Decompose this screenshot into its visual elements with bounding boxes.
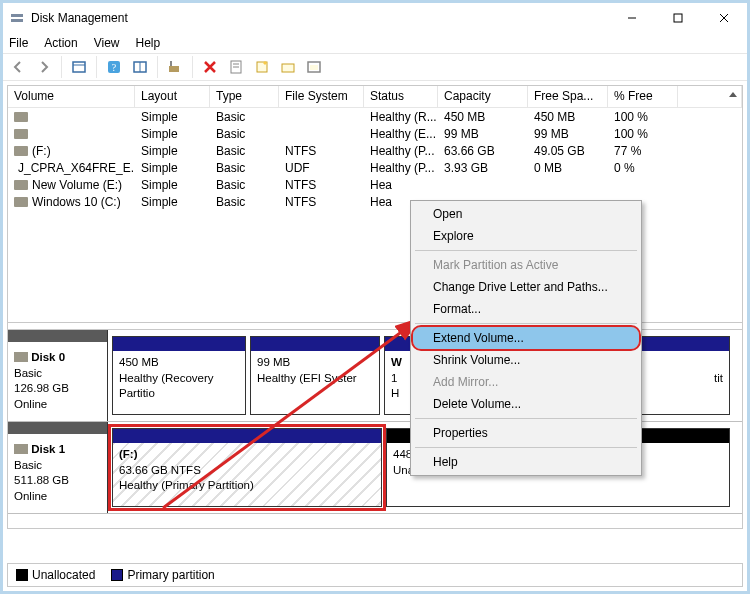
volume-pct (608, 176, 678, 193)
legend-unallocated: Unallocated (16, 568, 95, 582)
volume-layout: Simple (135, 125, 210, 142)
menu-action[interactable]: Action (44, 36, 77, 50)
views-button[interactable] (68, 56, 90, 78)
volume-name: J_CPRA_X64FRE_E... (18, 161, 135, 175)
action2-button[interactable] (303, 56, 325, 78)
volume-fs (279, 125, 364, 142)
back-button[interactable] (7, 56, 29, 78)
volume-status: Healthy (P... (364, 159, 438, 176)
properties-button[interactable] (225, 56, 247, 78)
ctx-shrink-volume[interactable]: Shrink Volume... (413, 349, 639, 371)
volume-fs (279, 108, 364, 125)
svg-rect-0 (11, 14, 23, 17)
ctx-explore[interactable]: Explore (413, 225, 639, 247)
volume-layout: Simple (135, 142, 210, 159)
col-capacity[interactable]: Capacity (438, 86, 528, 107)
titlebar: Disk Management (3, 3, 747, 33)
col-pctfree[interactable]: % Free (608, 86, 678, 107)
volume-capacity: 3.93 GB (438, 159, 528, 176)
volume-row[interactable]: SimpleBasicHealthy (E...99 MB99 MB100 % (8, 125, 742, 142)
volume-row[interactable]: SimpleBasicHealthy (R...450 MB450 MB100 … (8, 108, 742, 125)
volume-free: 0 MB (528, 159, 608, 176)
volume-free: 99 MB (528, 125, 608, 142)
legend: Unallocated Primary partition (7, 563, 743, 587)
volume-type: Basic (210, 159, 279, 176)
svg-rect-20 (310, 65, 318, 70)
volume-layout: Simple (135, 176, 210, 193)
volume-capacity: 63.66 GB (438, 142, 528, 159)
volume-fs: NTFS (279, 193, 364, 210)
ctx-extend-volume[interactable]: Extend Volume... (413, 327, 639, 349)
volume-icon (14, 146, 28, 156)
disk-icon (14, 444, 28, 454)
ctx-format[interactable]: Format... (413, 298, 639, 320)
delete-button[interactable] (199, 56, 221, 78)
menu-file[interactable]: File (9, 36, 28, 50)
col-status[interactable]: Status (364, 86, 438, 107)
disk-icon (14, 352, 28, 362)
ctx-properties[interactable]: Properties (413, 422, 639, 444)
col-layout[interactable]: Layout (135, 86, 210, 107)
svg-rect-13 (170, 61, 172, 66)
volume-name: (F:) (32, 144, 51, 158)
volume-type: Basic (210, 142, 279, 159)
volume-icon (14, 112, 28, 122)
partition[interactable]: 450 MBHealthy (Recovery Partitio (112, 336, 246, 415)
partition[interactable]: 99 MBHealthy (EFI Syster (250, 336, 380, 415)
col-filesystem[interactable]: File System (279, 86, 364, 107)
col-freespace[interactable]: Free Spa... (528, 86, 608, 107)
volume-row[interactable]: (F:)SimpleBasicNTFSHealthy (P...63.66 GB… (8, 142, 742, 159)
partition[interactable]: (F:)63.66 GB NTFSHealthy (Primary Partit… (112, 428, 382, 507)
menu-view[interactable]: View (94, 36, 120, 50)
svg-rect-6 (73, 62, 85, 72)
volume-icon (14, 180, 28, 190)
volume-row[interactable]: New Volume (E:)SimpleBasicNTFSHea (8, 176, 742, 193)
svg-rect-1 (11, 19, 23, 22)
new-button[interactable] (251, 56, 273, 78)
ctx-delete-volume[interactable]: Delete Volume... (413, 393, 639, 415)
context-menu: Open Explore Mark Partition as Active Ch… (410, 200, 642, 476)
volume-icon (14, 129, 28, 139)
volume-pct: 100 % (608, 125, 678, 142)
volume-layout: Simple (135, 159, 210, 176)
refresh-button[interactable] (129, 56, 151, 78)
minimize-button[interactable] (609, 3, 655, 33)
ctx-open[interactable]: Open (413, 203, 639, 225)
volume-type: Basic (210, 125, 279, 142)
volume-type: Basic (210, 193, 279, 210)
svg-rect-3 (674, 14, 682, 22)
ctx-add-mirror: Add Mirror... (413, 371, 639, 393)
volume-row[interactable]: J_CPRA_X64FRE_E...SimpleBasicUDFHealthy … (8, 159, 742, 176)
volume-status: Healthy (P... (364, 142, 438, 159)
volume-table-header: Volume Layout Type File System Status Ca… (8, 86, 742, 108)
volume-type: Basic (210, 108, 279, 125)
col-volume[interactable]: Volume (8, 86, 135, 107)
svg-rect-18 (282, 64, 294, 72)
menu-help[interactable]: Help (136, 36, 161, 50)
window-title: Disk Management (31, 11, 609, 25)
svg-rect-12 (169, 66, 179, 72)
disk-info[interactable]: Disk 1Basic511.88 GBOnline (8, 422, 108, 513)
col-scroll (678, 86, 742, 107)
volume-layout: Simple (135, 108, 210, 125)
disk-info[interactable]: Disk 0Basic126.98 GBOnline (8, 330, 108, 421)
volume-capacity: 99 MB (438, 125, 528, 142)
ctx-change-letter[interactable]: Change Drive Letter and Paths... (413, 276, 639, 298)
forward-button[interactable] (33, 56, 55, 78)
volume-layout: Simple (135, 193, 210, 210)
volume-free (528, 176, 608, 193)
volume-capacity: 450 MB (438, 108, 528, 125)
svg-text:?: ? (112, 62, 117, 73)
action1-button[interactable] (277, 56, 299, 78)
settings-button[interactable] (164, 56, 186, 78)
menubar: File Action View Help (3, 33, 747, 53)
volume-fs: NTFS (279, 176, 364, 193)
volume-status: Hea (364, 176, 438, 193)
volume-pct: 0 % (608, 159, 678, 176)
col-type[interactable]: Type (210, 86, 279, 107)
ctx-help[interactable]: Help (413, 451, 639, 473)
help-button[interactable]: ? (103, 56, 125, 78)
close-button[interactable] (701, 3, 747, 33)
toolbar: ? (3, 53, 747, 81)
maximize-button[interactable] (655, 3, 701, 33)
